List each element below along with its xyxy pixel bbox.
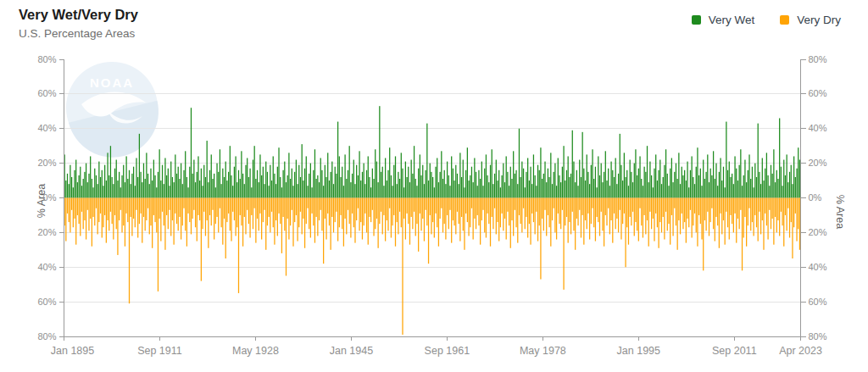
svg-text:40%: 40% <box>809 123 827 133</box>
svg-text:May 1978: May 1978 <box>520 345 566 357</box>
svg-text:60%: 60% <box>37 88 56 98</box>
svg-text:80%: 80% <box>37 331 56 341</box>
svg-text:60%: 60% <box>809 297 827 307</box>
svg-text:Jan 1945: Jan 1945 <box>330 345 373 357</box>
very-dry-series[interactable] <box>64 198 801 335</box>
svg-text:Apr 2023: Apr 2023 <box>779 345 822 357</box>
very-wet-series[interactable] <box>64 106 801 197</box>
svg-text:20%: 20% <box>37 227 56 237</box>
svg-text:20%: 20% <box>37 158 56 168</box>
svg-text:Jan 1995: Jan 1995 <box>617 345 660 357</box>
svg-text:20%: 20% <box>809 158 827 168</box>
svg-text:20%: 20% <box>809 227 827 237</box>
svg-text:Sep 1961: Sep 1961 <box>425 345 470 357</box>
svg-text:80%: 80% <box>809 331 827 341</box>
svg-text:May 1928: May 1928 <box>232 345 279 357</box>
chart-card: Very Wet/Very Dry U.S. Percentage Areas … <box>0 0 868 372</box>
chart-plot-area[interactable]: NOAA80%80%60%60%40%40%20%20%0%0%20%20%40… <box>0 0 868 372</box>
svg-text:Sep 1911: Sep 1911 <box>137 345 182 357</box>
svg-text:40%: 40% <box>37 262 56 272</box>
svg-text:NOAA: NOAA <box>90 75 134 90</box>
svg-text:80%: 80% <box>37 54 56 64</box>
svg-text:Jan 1895: Jan 1895 <box>51 345 94 357</box>
svg-text:40%: 40% <box>809 262 827 272</box>
noaa-logo-watermark: NOAA <box>66 62 168 167</box>
svg-text:60%: 60% <box>37 297 56 307</box>
x-axis-ticks: Jan 1895Sep 1911May 1928Jan 1945Sep 1961… <box>51 336 822 357</box>
svg-text:60%: 60% <box>809 88 827 98</box>
svg-text:Sep 2011: Sep 2011 <box>712 345 757 357</box>
svg-text:40%: 40% <box>37 123 56 133</box>
svg-text:0%: 0% <box>809 192 822 203</box>
svg-text:0%: 0% <box>43 192 57 203</box>
svg-text:80%: 80% <box>809 54 827 64</box>
